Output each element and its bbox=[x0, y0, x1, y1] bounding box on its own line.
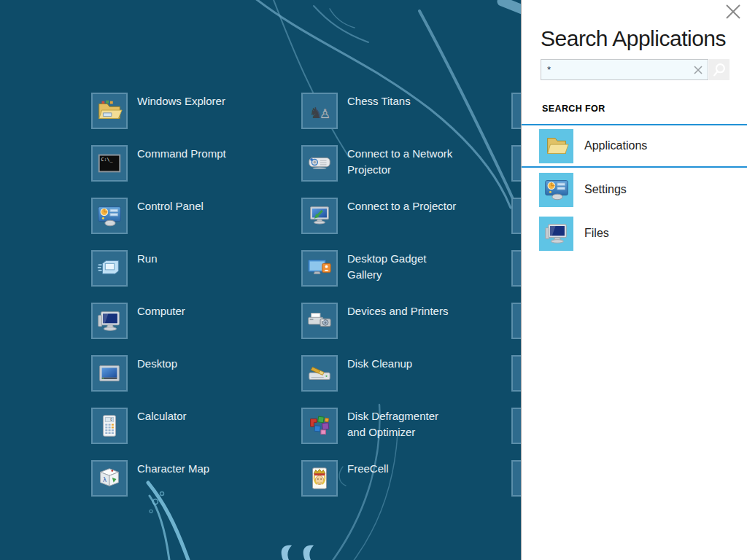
tile-square[interactable] bbox=[91, 303, 128, 339]
character-map-icon bbox=[96, 464, 123, 492]
tile-label: Devices and Printers bbox=[347, 303, 473, 346]
tile-label: Chess Titans bbox=[347, 93, 473, 136]
tile-square[interactable] bbox=[301, 355, 338, 392]
search-for-item-applications[interactable]: Applications bbox=[522, 124, 747, 168]
disk-cleanup-icon bbox=[306, 359, 333, 387]
run-icon bbox=[96, 254, 123, 282]
tile-square[interactable] bbox=[301, 198, 338, 234]
control-panel-icon bbox=[539, 173, 573, 207]
control-panel-icon bbox=[96, 202, 123, 230]
tile-label: Disk Cleanup bbox=[347, 356, 473, 399]
chess-titans-icon bbox=[306, 97, 333, 125]
tile-label: Calculator bbox=[137, 408, 263, 451]
tile-square[interactable] bbox=[301, 408, 338, 444]
search-for-item-settings[interactable]: Settings bbox=[522, 168, 747, 211]
search-item-label: Applications bbox=[584, 139, 647, 152]
command-prompt-icon bbox=[96, 149, 123, 177]
search-item-label: Files bbox=[584, 227, 609, 240]
tile-label: Computer bbox=[137, 303, 263, 346]
computer-icon bbox=[96, 307, 123, 335]
tile-label: Disk Defragmenter and Optimizer bbox=[347, 408, 473, 451]
tile-square[interactable] bbox=[91, 145, 128, 182]
tile-label: Desktop bbox=[137, 356, 263, 399]
tile-square[interactable] bbox=[301, 93, 338, 129]
tile-label: Character Map bbox=[137, 461, 263, 504]
search-for-item-files[interactable]: Files bbox=[522, 211, 747, 255]
tile-label: Connect to a Projector bbox=[347, 198, 473, 241]
tile-square[interactable] bbox=[301, 460, 338, 497]
tile-label: Desktop Gadget Gallery bbox=[347, 251, 473, 294]
tile-label: Windows Explorer bbox=[137, 93, 263, 136]
close-icon[interactable] bbox=[724, 3, 742, 20]
tile-label: FreeCell bbox=[347, 461, 473, 504]
network-projector-icon bbox=[306, 149, 333, 177]
tile-square[interactable] bbox=[301, 303, 338, 339]
tile-square[interactable] bbox=[91, 355, 128, 392]
tile-square[interactable] bbox=[91, 198, 128, 234]
devices-and-printers-icon bbox=[306, 307, 333, 335]
tile-square[interactable] bbox=[91, 93, 128, 129]
calculator-icon bbox=[96, 412, 123, 440]
search-panel: Search Applications SEARCH FOR Applicati… bbox=[521, 0, 747, 560]
search-row bbox=[541, 59, 729, 80]
search-item-label: Settings bbox=[584, 183, 627, 196]
computer-icon bbox=[539, 217, 573, 251]
windows-explorer-icon bbox=[96, 97, 123, 125]
freecell-icon bbox=[306, 464, 333, 492]
tile-label: Control Panel bbox=[137, 198, 263, 241]
tile-label: Command Prompt bbox=[137, 146, 263, 189]
search-panel-title: Search Applications bbox=[541, 26, 740, 51]
tile-label: Run bbox=[137, 251, 263, 294]
desktop-gadget-gallery-icon bbox=[306, 254, 333, 282]
tile-label: Connect to a Network Projector bbox=[347, 146, 473, 189]
search-for-header: SEARCH FOR bbox=[542, 104, 605, 114]
tile-square[interactable] bbox=[91, 460, 128, 497]
clear-icon[interactable] bbox=[689, 61, 707, 79]
desktop-icon bbox=[96, 359, 123, 387]
magnifier-icon[interactable] bbox=[709, 59, 729, 80]
search-input[interactable] bbox=[541, 59, 708, 80]
tile-square[interactable] bbox=[301, 250, 338, 287]
tile-square[interactable] bbox=[91, 408, 128, 444]
folder-icon bbox=[539, 129, 573, 163]
search-for-list: Applications Settings Files bbox=[522, 124, 747, 255]
disk-defragmenter-icon bbox=[306, 412, 333, 440]
connect-projector-icon bbox=[306, 202, 333, 230]
tile-square[interactable] bbox=[301, 145, 338, 182]
tile-square[interactable] bbox=[91, 250, 128, 287]
